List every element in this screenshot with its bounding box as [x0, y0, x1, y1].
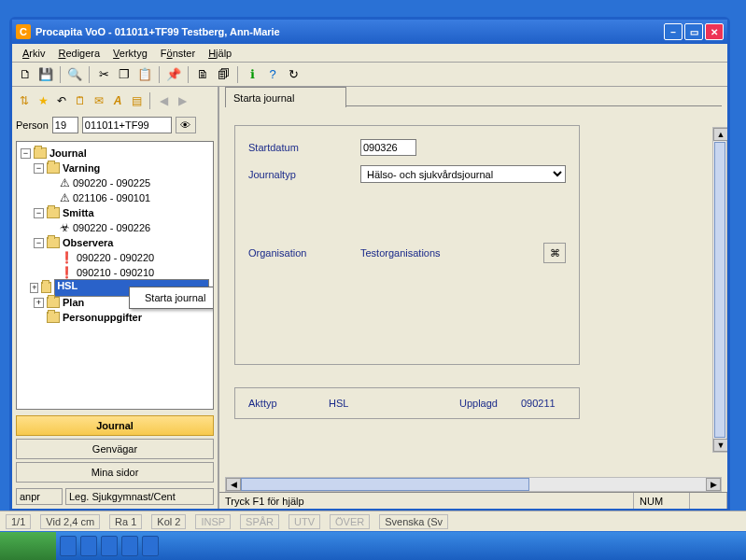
help-icon[interactable]: ? — [263, 65, 282, 84]
refresh-icon[interactable]: ↻ — [284, 65, 303, 84]
alert-icon: ❗ — [60, 266, 74, 279]
tree-observera[interactable]: Observera — [63, 237, 113, 248]
tree-item[interactable]: 090220 - 090220 — [77, 252, 154, 263]
tree-varning[interactable]: Varning — [63, 162, 100, 174]
upplagd-value: 090211 — [521, 398, 556, 409]
vertical-scrollbar[interactable]: ▲ ▼ — [712, 127, 727, 453]
tree-item[interactable]: 090220 - 090225 — [73, 177, 150, 189]
doc1-icon[interactable]: 🗎 — [193, 65, 212, 84]
taskbar[interactable] — [0, 532, 746, 560]
toggle-icon[interactable]: − — [21, 148, 31, 159]
tree-plan[interactable]: Plan — [63, 297, 84, 308]
close-button[interactable]: ✕ — [705, 23, 724, 40]
status-role: Leg. Sjukgymnast/Cent — [65, 488, 214, 505]
taskbar-item[interactable] — [101, 536, 118, 556]
doc2-icon[interactable]: 🗐 — [214, 65, 232, 84]
back-vid: Vid 2,4 cm — [40, 514, 100, 529]
organisation-label: Organisation — [248, 247, 360, 259]
tree-item[interactable]: 090220 - 090226 — [73, 222, 150, 233]
person-id-input[interactable] — [82, 117, 172, 133]
horizontal-scrollbar[interactable]: ◀ ▶ — [225, 477, 722, 492]
undo-icon[interactable]: ↶ — [53, 92, 70, 109]
status-empty — [690, 493, 727, 509]
taskbar-item[interactable] — [142, 536, 159, 556]
scroll-thumb[interactable] — [714, 142, 725, 438]
startdatum-label: Startdatum — [248, 142, 360, 153]
menu-verktyg[interactable]: Verktyg — [106, 46, 154, 61]
start-button[interactable] — [0, 532, 56, 560]
save-icon[interactable]: 💾 — [36, 65, 55, 84]
app-icon: C — [16, 24, 31, 39]
startdatum-input[interactable] — [360, 139, 416, 156]
menu-fonster[interactable]: Fönster — [154, 46, 202, 61]
biohazard-icon: ☣ — [60, 221, 70, 234]
status-help: Tryck F1 för hjälp — [219, 493, 634, 509]
menu-redigera[interactable]: Redigera — [51, 46, 106, 61]
tree-root[interactable]: Journal — [49, 147, 87, 159]
mail-icon[interactable]: ✉ — [91, 92, 107, 109]
organisation-value: Testorganisations — [360, 247, 441, 259]
tree-personuppgifter[interactable]: Personuppgifter — [63, 312, 142, 323]
toggle-icon[interactable]: − — [34, 208, 44, 218]
toggle-icon[interactable]: + — [30, 283, 38, 293]
toggle-icon[interactable]: − — [34, 163, 44, 174]
folder-icon — [47, 297, 60, 308]
taskbar-item[interactable] — [80, 536, 97, 556]
info-panel: Akttyp HSL Upplagd 090211 — [234, 387, 580, 419]
nav-journal[interactable]: Journal — [16, 415, 214, 436]
scroll-up-icon[interactable]: ▲ — [713, 128, 727, 141]
tree-item[interactable]: 090210 - 090210 — [77, 267, 154, 278]
nav-genvagar[interactable]: Genvägar — [16, 439, 214, 459]
folder-icon — [41, 282, 51, 293]
tab-starta-journal[interactable]: Starta journal — [225, 87, 346, 107]
scroll-thumb[interactable] — [241, 478, 529, 491]
new-icon[interactable]: 🗋 — [16, 65, 35, 84]
sort-icon[interactable]: ⇅ — [16, 92, 33, 109]
tree-smitta[interactable]: Smitta — [63, 207, 94, 218]
cut-icon[interactable]: ✂ — [94, 65, 113, 84]
menu-arkiv[interactable]: Arkiv — [16, 46, 51, 61]
tree-view[interactable]: −Journal −Varning ⚠090220 - 090225 ⚠0211… — [16, 141, 214, 410]
back-page: 1/1 — [6, 514, 31, 529]
upplagd-label: Upplagd — [459, 398, 521, 409]
tree-item[interactable]: 021106 - 090101 — [73, 192, 150, 203]
taskbar-item[interactable] — [121, 536, 138, 556]
next-icon[interactable]: ▶ — [174, 92, 190, 109]
scroll-left-icon[interactable]: ◀ — [226, 478, 241, 491]
warning-icon: ⚠ — [60, 176, 70, 189]
pin-icon[interactable]: 📌 — [164, 65, 183, 84]
info-icon[interactable]: ℹ — [243, 65, 261, 84]
back-kol: Kol 2 — [151, 514, 186, 529]
scroll-down-icon[interactable]: ▼ — [713, 439, 727, 452]
folder-icon — [47, 207, 60, 218]
note-icon[interactable]: 🗒 — [72, 92, 89, 109]
font-icon[interactable]: A — [109, 92, 126, 109]
minimize-button[interactable]: – — [664, 23, 683, 40]
copy-icon[interactable]: ❐ — [115, 65, 134, 84]
akttyp-value: HSL — [329, 398, 459, 409]
scroll-right-icon[interactable]: ▶ — [706, 478, 721, 491]
akttyp-label: Akttyp — [248, 398, 329, 409]
view-person-button[interactable]: 👁 — [176, 117, 196, 133]
maximize-button[interactable]: ▭ — [684, 23, 703, 40]
paste-icon[interactable]: 📋 — [135, 65, 154, 84]
folder-icon — [47, 312, 60, 323]
toggle-icon[interactable]: − — [34, 238, 44, 248]
menu-hjalp[interactable]: Hjälp — [202, 46, 238, 61]
form-panel: Startdatum Journaltyp Hälso- och sjukvår… — [234, 125, 580, 365]
status-num: NUM — [634, 493, 690, 509]
journaltyp-label: Journaltyp — [248, 169, 360, 180]
toggle-icon[interactable]: + — [34, 298, 44, 308]
star-icon[interactable]: ★ — [35, 92, 51, 109]
back-over: ÖVER — [330, 514, 370, 529]
prev-icon[interactable]: ◀ — [155, 92, 172, 109]
person-num-input[interactable] — [52, 117, 78, 133]
find-icon[interactable]: 🔍 — [65, 65, 84, 84]
journaltyp-select[interactable]: Hälso- och sjukvårdsjournal — [360, 165, 566, 183]
list-icon[interactable]: ▤ — [128, 92, 145, 109]
nav-minasidor[interactable]: Mina sidor — [16, 462, 214, 483]
status-user: anpr — [16, 488, 63, 505]
taskbar-item[interactable] — [60, 536, 77, 556]
organisation-button[interactable]: ⌘ — [543, 243, 566, 263]
context-starta-journal[interactable]: Starta journal — [132, 289, 214, 306]
